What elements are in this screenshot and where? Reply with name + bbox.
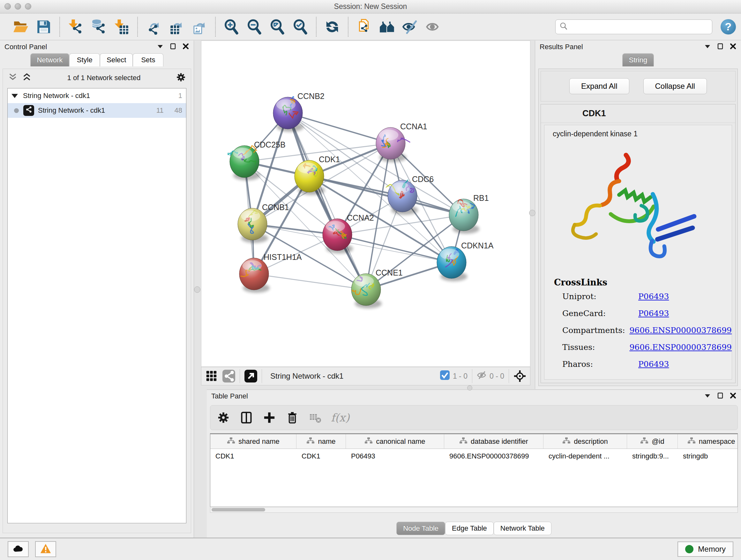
tab-style[interactable]: Style (69, 53, 100, 66)
panel-menu-icon[interactable] (704, 43, 711, 51)
network-collection-row[interactable]: String Network - cdk1 1 (8, 88, 186, 103)
table-settings-icon[interactable] (216, 410, 231, 425)
panel-float-icon[interactable] (717, 43, 724, 51)
gene-header[interactable]: CDK1 (541, 105, 735, 123)
collapse-all-icon[interactable] (8, 72, 17, 83)
table-cell[interactable]: stringdb (678, 449, 738, 464)
table-cell[interactable]: CDK1 (210, 449, 296, 464)
help-button[interactable]: ? (721, 19, 736, 35)
crosslink-link[interactable]: P06493 (638, 360, 669, 369)
add-column-icon[interactable] (262, 410, 277, 425)
gear-icon[interactable] (176, 72, 186, 83)
warnings-button[interactable] (35, 541, 56, 557)
expand-all-icon[interactable] (22, 72, 31, 83)
crosslink-link[interactable]: P06493 (638, 309, 669, 318)
close-window-button[interactable] (4, 3, 11, 10)
zoom-out-button[interactable] (245, 17, 264, 37)
memory-button[interactable]: Memory (677, 542, 733, 557)
refresh-button[interactable] (322, 17, 342, 37)
panel-close-icon[interactable] (730, 43, 737, 51)
network-graph[interactable]: CCNB2CCNA1CDC25BCDK1CDC6RB1CCNB1CCNA2CDK… (201, 41, 530, 367)
show-all-button[interactable] (423, 17, 443, 37)
show-columns-icon[interactable] (239, 410, 254, 425)
birds-eye-grid-icon[interactable] (205, 370, 218, 382)
crosslink-label: Tissues: (562, 343, 629, 352)
panel-close-icon[interactable] (182, 43, 189, 51)
table-horizontal-scrollbar[interactable] (210, 507, 738, 513)
triangle-down-icon[interactable] (11, 94, 18, 98)
column-header-namespace[interactable]: namespace (678, 434, 738, 449)
tab-network-table[interactable]: Network Table (494, 522, 551, 535)
column-header-name[interactable]: name (296, 434, 346, 449)
crosslink-link[interactable]: 9606.ENSP00000378699 (629, 326, 732, 335)
import-table-button[interactable] (112, 17, 131, 37)
zoom-selected-button[interactable] (290, 17, 310, 37)
tab-network[interactable]: Network (30, 53, 70, 66)
table-row[interactable]: CDK1CDK1P064939606.ENSP00000378699cyclin… (210, 449, 738, 464)
panel-float-icon[interactable] (170, 43, 177, 51)
panel-menu-icon[interactable] (157, 43, 164, 51)
zoom-in-button[interactable] (221, 17, 241, 37)
network-view-toolbar: String Network - cdk1 1 - 0 0 - 0 (201, 367, 530, 385)
horizontal-splitter-handle[interactable] (467, 385, 472, 390)
window-controls (4, 3, 31, 10)
control-panel-tabs: NetworkStyleSelectSets (0, 53, 194, 66)
zoom-window-button[interactable] (25, 3, 31, 10)
table-cell[interactable]: cyclin-dependent ... (543, 449, 627, 464)
left-splitter-handle[interactable] (194, 287, 200, 293)
table-cell[interactable]: stringdb:9... (627, 449, 678, 464)
import-network-button[interactable] (66, 17, 85, 37)
open-in-browser-icon[interactable] (245, 370, 257, 382)
search-box (555, 19, 712, 34)
column-header-database-identifier[interactable]: database identifier (444, 434, 543, 449)
minimize-window-button[interactable] (15, 3, 21, 10)
export-network-button[interactable] (144, 17, 163, 37)
tab-edge-table[interactable]: Edge Table (445, 522, 494, 535)
delete-column-icon[interactable] (285, 410, 300, 425)
panel-float-icon[interactable] (717, 392, 724, 400)
export-image-button[interactable] (190, 17, 209, 37)
svg-text:CDKN1A: CDKN1A (461, 241, 494, 250)
import-database-button[interactable] (89, 17, 109, 37)
duplicate-network-button[interactable] (354, 17, 374, 37)
table-cell[interactable]: 9606.ENSP00000378699 (444, 449, 543, 464)
checkbox-icon[interactable] (440, 370, 450, 382)
control-panel-header: Control Panel (0, 41, 194, 53)
tab-node-table[interactable]: Node Table (396, 522, 445, 535)
panel-menu-icon[interactable] (704, 392, 711, 400)
cloud-status-button[interactable] (8, 541, 29, 557)
edge-count: 48 (175, 106, 182, 115)
column-header-shared-name[interactable]: shared name (210, 434, 296, 449)
right-splitter-handle[interactable] (529, 210, 536, 216)
zoom-fit-button[interactable] (267, 17, 287, 37)
crosslink-link[interactable]: 9606.ENSP00000378699 (629, 343, 732, 352)
expand-all-button[interactable]: Expand All (569, 78, 629, 94)
fit-selected-icon[interactable] (514, 370, 526, 382)
eye-slash-icon[interactable] (477, 370, 486, 382)
table-cell[interactable]: P06493 (346, 449, 444, 464)
hide-selected-button[interactable] (400, 17, 420, 37)
search-input[interactable] (570, 23, 708, 31)
open-session-button[interactable] (11, 17, 30, 37)
network-row-selected[interactable]: String Network - cdk1 11 48 (8, 103, 186, 118)
table-cell[interactable]: CDK1 (296, 449, 346, 464)
column-header-@id[interactable]: @id (627, 434, 678, 449)
column-header-canonical-name[interactable]: canonical name (346, 434, 444, 449)
tab-sets[interactable]: Sets (133, 53, 163, 66)
tab-select[interactable]: Select (100, 53, 133, 66)
network-canvas[interactable]: CCNB2CCNA1CDC25BCDK1CDC6RB1CCNB1CCNA2CDK… (201, 41, 530, 367)
memory-status-dot (685, 545, 693, 553)
home-button[interactable] (377, 17, 397, 37)
column-header-description[interactable]: description (543, 434, 627, 449)
main-area: Control Panel NetworkStyleSelectSets 1 o… (0, 41, 741, 538)
tab-string[interactable]: String (622, 53, 654, 66)
scrollbar-thumb[interactable] (212, 508, 265, 511)
string-view-icon[interactable] (222, 370, 235, 382)
crosslink-link[interactable]: P06493 (638, 292, 669, 301)
results-panel-title: Results Panel (540, 43, 583, 51)
panel-close-icon[interactable] (730, 392, 737, 400)
collapse-all-button[interactable]: Collapse All (643, 78, 707, 94)
export-table-button[interactable] (166, 17, 186, 37)
node-count: 11 (156, 106, 164, 115)
save-session-button[interactable] (34, 17, 54, 37)
